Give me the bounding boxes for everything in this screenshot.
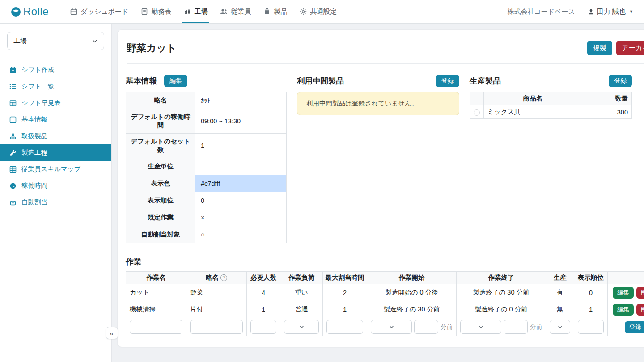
end-cell: 製造終了の 30 分前 — [457, 284, 546, 301]
end-header: 作業終了 — [457, 272, 546, 284]
end-minutes-suffix: 分前 — [530, 323, 542, 331]
edit-task-button[interactable]: 編集 — [613, 304, 634, 316]
new-task-short-input[interactable] — [190, 320, 243, 334]
new-task-start-ref-select[interactable] — [371, 320, 412, 334]
nav-employees[interactable]: 従業員 — [214, 0, 257, 23]
factory-icon — [184, 8, 191, 15]
task-name-header: 作業名 — [126, 272, 186, 284]
table-header-row: 商品名 数量 — [470, 92, 632, 105]
nav-label: 製品 — [274, 8, 287, 16]
sidebar-item-label: 取扱製品 — [21, 132, 47, 140]
user-menu[interactable]: 田力 誠也 ▼ — [588, 8, 633, 16]
process-detail-card: 野菜カット 複製 アーカイブ 基本情報 編集 — [117, 29, 644, 347]
nav-timesheet[interactable]: 勤務表 — [135, 0, 178, 23]
quantity-cell: 300 — [582, 105, 631, 119]
new-task-end-minutes-input[interactable] — [504, 320, 528, 334]
new-task-start-minutes-input[interactable] — [414, 320, 438, 334]
sidebar-item-shift-table[interactable]: シフト早見表 — [0, 95, 111, 111]
produced-products-section: 生産製品 登録 商品名 数量 — [470, 74, 632, 243]
product-selector-cell[interactable] — [470, 105, 484, 119]
row-label: 生産単位 — [126, 158, 195, 175]
new-task-end-ref-select[interactable] — [460, 320, 501, 334]
sidebar-item-label: 稼働時間 — [21, 181, 47, 190]
timesheet-icon — [141, 8, 148, 15]
delete-task-button[interactable]: 削除 — [636, 304, 644, 316]
start-header: 作業開始 — [367, 272, 457, 284]
default-task-flag: × — [195, 209, 287, 226]
actions-header — [608, 272, 644, 284]
edit-task-button[interactable]: 編集 — [613, 287, 634, 299]
sidebar-item-handled-products[interactable]: 取扱製品 — [0, 128, 111, 144]
table-header-row: 作業名 略名? 必要人数 作業負荷 最大割当時間 作業開始 作業終了 生産 表示… — [126, 272, 644, 284]
sidebar-item-operating-hours[interactable]: 稼働時間 — [0, 177, 111, 194]
basic-info-heading: 基本情報 — [126, 76, 157, 86]
sidebar-item-shift-create[interactable]: シフト作成 — [0, 62, 111, 78]
sidebar-item-label: 従業員スキルマップ — [21, 165, 81, 173]
circle-marker-icon — [474, 109, 480, 116]
sidebar-item-skill-map[interactable]: 従業員スキルマップ — [0, 161, 111, 177]
table-row: 表示色 #c7dfff — [126, 175, 287, 192]
nav-settings[interactable]: 共通設定 — [293, 0, 343, 23]
sidebar-item-label: シフト作成 — [21, 66, 55, 74]
person-icon — [588, 8, 594, 15]
sidebar-item-label: シフト早見表 — [21, 99, 61, 107]
new-task-load-select[interactable] — [284, 320, 319, 334]
max-time-cell: 2 — [323, 284, 367, 301]
default-sets-value: 1 — [195, 134, 287, 158]
produce-header: 生産 — [546, 272, 574, 284]
table-icon — [9, 100, 17, 107]
max-time-cell: 1 — [323, 301, 367, 318]
register-task-button[interactable]: 登録 — [625, 321, 644, 333]
table-row: 自動割当対象 ○ — [126, 226, 287, 243]
products-bag-icon — [263, 8, 271, 15]
table-row: 機械清掃 片付 1 普通 1 製造終了の 30 分前 製造終了の 0 分前 無 … — [126, 301, 644, 318]
sidebar-item-label: シフト一覧 — [21, 82, 55, 91]
duplicate-button[interactable]: 複製 — [587, 41, 612, 55]
nav-label: 勤務表 — [151, 8, 171, 16]
display-order-value: 0 — [195, 192, 287, 209]
sidebar-item-basic-info[interactable]: 基本情報 — [0, 111, 111, 128]
nav-label: 従業員 — [231, 8, 251, 16]
row-label: 表示順位 — [126, 192, 195, 209]
table-row: 表示順位 0 — [126, 192, 287, 209]
start-cell: 製造終了の 30 分前 — [367, 301, 457, 318]
empty-intermediate-alert: 利用中間製品は登録されていません。 — [297, 92, 459, 115]
new-task-name-input[interactable] — [130, 320, 182, 334]
nav-products[interactable]: 製品 — [257, 0, 293, 23]
default-hours-value: 09:00 ~ 13:30 — [195, 109, 287, 134]
short-name-value: ｶｯﾄ — [195, 92, 287, 109]
produce-cell: 無 — [546, 301, 574, 318]
tasks-heading: 作業 — [126, 257, 644, 267]
order-cell: 0 — [574, 284, 608, 301]
new-task-order-input[interactable] — [578, 320, 604, 334]
edit-basic-info-button[interactable]: 編集 — [164, 75, 187, 87]
sidebar-item-label: 基本情報 — [21, 115, 47, 124]
table-row: 生産単位 — [126, 158, 287, 175]
chevron-down-icon — [92, 38, 98, 44]
delete-task-button[interactable]: 削除 — [636, 287, 644, 299]
sidebar-item-manufacturing-process[interactable]: 製造工程 — [0, 144, 111, 161]
help-icon[interactable]: ? — [220, 274, 227, 281]
sidebar-item-label: 自動割当 — [21, 198, 47, 206]
new-task-produce-select[interactable] — [550, 320, 570, 334]
sidebar-item-shift-list[interactable]: シフト一覧 — [0, 78, 111, 95]
info-square-icon — [9, 116, 17, 123]
nodes-icon — [9, 133, 17, 140]
register-product-button[interactable]: 登録 — [609, 75, 632, 87]
nav-factory[interactable]: 工場 — [178, 0, 214, 23]
app-logo[interactable]: Rolle — [11, 5, 49, 18]
new-task-people-input[interactable] — [250, 320, 276, 334]
sidebar-collapse-button[interactable]: « — [106, 327, 118, 339]
people-cell: 1 — [247, 301, 280, 318]
register-intermediate-button[interactable]: 登録 — [436, 75, 459, 87]
nav-dashboard[interactable]: ダッシュボード — [64, 0, 135, 23]
product-name-header: 商品名 — [484, 92, 582, 105]
archive-button[interactable]: アーカイブ — [616, 41, 644, 55]
sidebar-item-auto-assign[interactable]: 自動割当 — [0, 194, 111, 210]
row-label: デフォルトのセット数 — [126, 134, 195, 158]
new-task-max-input[interactable] — [326, 320, 363, 334]
double-chevron-left-icon: « — [110, 329, 114, 337]
table-row: 略名 ｶｯﾄ — [126, 92, 287, 109]
factory-selector[interactable]: 工場 — [7, 32, 104, 50]
people-header: 必要人数 — [247, 272, 280, 284]
